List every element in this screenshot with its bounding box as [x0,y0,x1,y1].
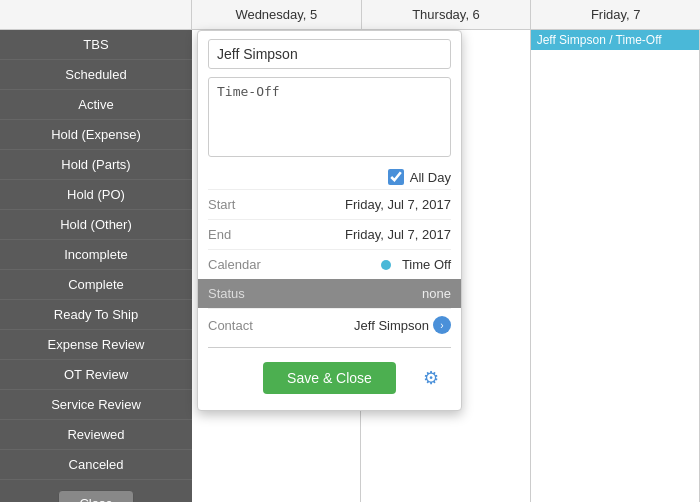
start-row: Start Friday, Jul 7, 2017 [208,189,451,219]
save-close-button[interactable]: Save & Close [263,362,396,394]
event-name-input[interactable] [208,39,451,69]
contact-row: Contact Jeff Simpson › [208,308,451,341]
menu-item-hold-po[interactable]: Hold (PO) [0,180,192,210]
gear-icon[interactable]: ⚙ [423,367,439,389]
allday-label: All Day [410,170,451,185]
notes-textarea[interactable] [208,77,451,157]
calendar-value[interactable]: Time Off [402,257,451,272]
menu-item-hold-other[interactable]: Hold (Other) [0,210,192,240]
status-value[interactable]: none [422,286,451,301]
status-label: Status [208,286,278,301]
menu-item-scheduled[interactable]: Scheduled [0,60,192,90]
calendar-color-dot [381,260,391,270]
allday-row: All Day [208,169,451,185]
menu-item-hold-parts[interactable]: Hold (Parts) [0,150,192,180]
header-friday: Friday, 7 [531,0,700,29]
start-label: Start [208,197,278,212]
menu-item-active[interactable]: Active [0,90,192,120]
modal-divider [208,347,451,348]
end-row: End Friday, Jul 7, 2017 [208,219,451,249]
header-wednesday: Wednesday, 5 [192,0,362,29]
end-value[interactable]: Friday, Jul 7, 2017 [345,227,451,242]
modal-pointer [197,51,199,75]
menu-item-expense-review[interactable]: Expense Review [0,330,192,360]
header-thursday: Thursday, 6 [362,0,532,29]
modal-footer: Save & Close ⚙ [208,354,451,402]
menu-item-canceled[interactable]: Canceled [0,450,192,480]
contact-value: Jeff Simpson [354,318,429,333]
menu-item-ready-to-ship[interactable]: Ready To Ship [0,300,192,330]
contact-label: Contact [208,318,278,333]
menu-item-complete[interactable]: Complete [0,270,192,300]
menu-item-hold-expense[interactable]: Hold (Expense) [0,120,192,150]
calendar-label: Calendar [208,257,278,272]
contact-arrow-icon[interactable]: › [433,316,451,334]
allday-checkbox[interactable] [388,169,404,185]
menu-item-service-review[interactable]: Service Review [0,390,192,420]
status-section: Status none [198,279,461,308]
modal-overlay: All Day Start Friday, Jul 7, 2017 End Fr… [192,30,700,502]
end-label: End [208,227,278,242]
menu-item-ot-review[interactable]: OT Review [0,360,192,390]
start-value[interactable]: Friday, Jul 7, 2017 [345,197,451,212]
close-button[interactable]: Close [58,490,133,502]
calendar-row: Calendar Time Off [208,249,451,279]
status-dropdown-menu: TBS Scheduled Active Hold (Expense) Hold… [0,30,192,502]
event-edit-modal: All Day Start Friday, Jul 7, 2017 End Fr… [197,30,462,411]
menu-item-tbs[interactable]: TBS [0,30,192,60]
menu-item-incomplete[interactable]: Incomplete [0,240,192,270]
menu-item-reviewed[interactable]: Reviewed [0,420,192,450]
